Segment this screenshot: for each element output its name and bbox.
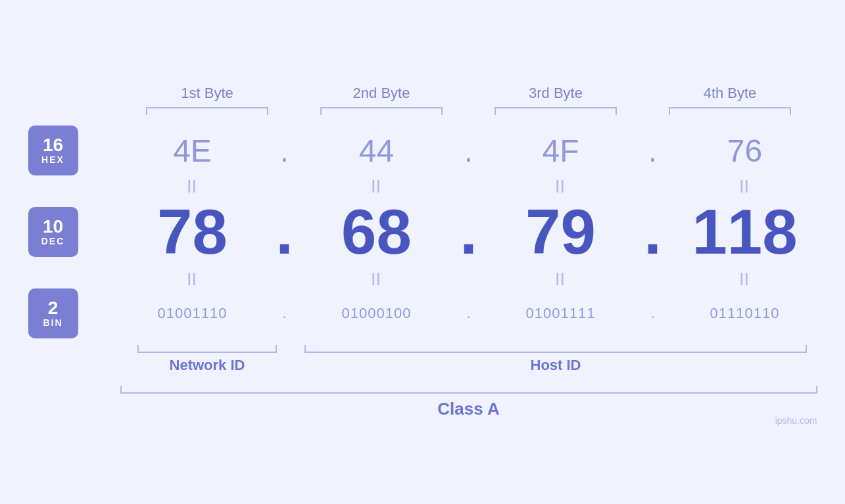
bin-val-2: 01000100 xyxy=(304,305,449,322)
dec-val-4: 118 xyxy=(673,200,817,263)
equals-row-2: || || || || xyxy=(28,271,817,286)
dec-dot-3: . xyxy=(633,196,673,268)
byte-label-3: 3rd Byte xyxy=(469,85,643,102)
bracket-top-3 xyxy=(495,107,617,115)
bin-dot-3: . xyxy=(633,305,673,322)
bracket-top-1 xyxy=(146,107,268,115)
hex-badge-num: 16 xyxy=(43,136,63,154)
hex-val-2: 44 xyxy=(304,133,449,169)
host-id-label: Host ID xyxy=(295,357,817,374)
bin-val-4: 01110110 xyxy=(673,305,817,322)
hex-dot-1: . xyxy=(265,133,304,169)
hex-val-4: 76 xyxy=(673,133,817,169)
hex-val-1: 4E xyxy=(120,133,265,169)
equals-4: || xyxy=(673,178,817,193)
top-bracket-3 xyxy=(469,107,643,115)
equals-5: || xyxy=(120,271,265,286)
hex-badge-label: HEX xyxy=(41,154,64,165)
net-bracket-wrapper xyxy=(120,345,295,353)
equals-7: || xyxy=(489,271,633,286)
id-labels-row: Network ID Host ID xyxy=(28,357,817,374)
bracket-top-4 xyxy=(669,107,791,115)
bracket-top-2 xyxy=(320,107,443,115)
watermark: ipshu.com xyxy=(775,415,817,426)
equals-1: || xyxy=(120,178,265,193)
hex-badge: 16 HEX xyxy=(28,126,78,175)
dec-dot-1: . xyxy=(265,196,304,268)
top-bracket-1 xyxy=(120,107,295,115)
class-bracket-row xyxy=(28,386,817,394)
dec-badge: 10 DEC xyxy=(28,207,78,257)
network-id-label: Network ID xyxy=(120,357,295,374)
bin-dot-2: . xyxy=(449,305,489,322)
dec-badge-num: 10 xyxy=(43,218,63,236)
dec-val-1: 78 xyxy=(120,200,265,263)
dec-row: 10 DEC 78 . 68 . 79 . 118 xyxy=(28,196,817,268)
bin-val-1: 01001110 xyxy=(120,305,265,322)
dec-val-2: 68 xyxy=(304,200,449,263)
byte-label-2: 2nd Byte xyxy=(295,85,469,102)
hex-dot-3: . xyxy=(633,133,673,169)
bin-badge-wrapper: 2 BIN xyxy=(28,288,120,338)
equals-6: || xyxy=(304,271,449,286)
equals-8: || xyxy=(673,271,817,286)
bin-badge-num: 2 xyxy=(48,299,59,317)
net-bracket xyxy=(137,345,277,353)
class-a-label: Class A xyxy=(28,399,817,419)
dec-badge-wrapper: 10 DEC xyxy=(28,207,120,257)
equals-row-1: || || || || xyxy=(28,178,817,193)
dec-badge-label: DEC xyxy=(41,236,65,246)
dec-dot-2: . xyxy=(449,196,489,268)
dec-val-3: 79 xyxy=(489,200,633,263)
top-bracket-4 xyxy=(643,107,817,115)
hex-dot-2: . xyxy=(449,133,489,169)
hex-val-3: 4F xyxy=(489,133,633,169)
byte-label-1: 1st Byte xyxy=(120,85,295,102)
host-bracket xyxy=(304,345,806,353)
byte-label-4: 4th Byte xyxy=(643,85,817,102)
bin-row: 2 BIN 01001110 . 01000100 . 01001111 . 0… xyxy=(28,288,817,338)
top-brackets xyxy=(28,107,817,115)
hex-row: 16 HEX 4E . 44 . 4F . 76 xyxy=(28,126,817,175)
bin-dot-1: . xyxy=(265,305,304,322)
byte-labels-row: 1st Byte 2nd Byte 3rd Byte 4th Byte xyxy=(28,85,817,102)
top-bracket-2 xyxy=(295,107,469,115)
bin-badge: 2 BIN xyxy=(28,288,78,338)
bottom-brackets xyxy=(28,345,817,353)
equals-2: || xyxy=(304,178,449,193)
host-bracket-wrapper xyxy=(295,345,817,353)
equals-3: || xyxy=(489,178,633,193)
bin-val-3: 01001111 xyxy=(489,305,633,322)
class-bracket xyxy=(120,386,817,394)
hex-badge-wrapper: 16 HEX xyxy=(28,126,120,175)
bin-badge-label: BIN xyxy=(43,317,62,328)
